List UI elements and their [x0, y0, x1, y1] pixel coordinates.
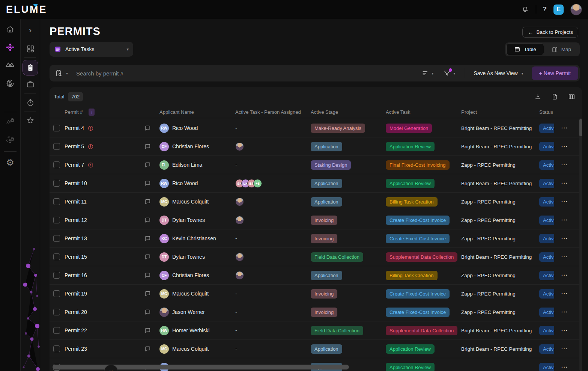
- permit-link[interactable]: Permit 15: [65, 254, 87, 260]
- permit-link[interactable]: Permit 13: [65, 235, 87, 241]
- column-header-applicant[interactable]: Applicant Name: [159, 109, 235, 115]
- settings-gear-icon[interactable]: ⚙: [6, 157, 14, 168]
- help-icon[interactable]: ?: [543, 6, 547, 13]
- column-header-permit[interactable]: Permit # ↑: [65, 109, 144, 116]
- network-module-icon[interactable]: [5, 42, 15, 52]
- timer-stopwatch-icon[interactable]: [26, 98, 35, 107]
- comment-icon[interactable]: [144, 161, 151, 169]
- applicant-avatar: KC: [159, 234, 169, 243]
- row-checkbox[interactable]: [53, 161, 60, 168]
- row-checkbox[interactable]: [53, 290, 60, 297]
- row-menu-button[interactable]: ⋯: [561, 219, 568, 222]
- spiral-rings-icon[interactable]: [5, 78, 15, 88]
- comment-icon[interactable]: [144, 143, 151, 150]
- comment-icon[interactable]: [144, 309, 151, 316]
- export-file-icon[interactable]: [551, 93, 558, 100]
- column-header-active-stage[interactable]: Active Stage: [311, 109, 386, 115]
- comment-icon[interactable]: [144, 345, 151, 353]
- filter-control[interactable]: ▾: [443, 69, 455, 77]
- total-count-badge: 702: [68, 92, 83, 101]
- comment-icon[interactable]: [144, 290, 151, 297]
- row-menu-button[interactable]: ⋯: [561, 164, 568, 166]
- download-icon[interactable]: [534, 93, 541, 100]
- toggle-map-segment[interactable]: Map: [544, 44, 579, 55]
- comment-icon[interactable]: [144, 125, 151, 132]
- row-checkbox[interactable]: [53, 309, 60, 315]
- comment-icon[interactable]: [144, 272, 151, 279]
- dashboard-grid-icon[interactable]: [26, 44, 35, 53]
- permits-clipboard-icon[interactable]: [23, 60, 38, 75]
- active-task-chip: Supplemental Data Collection: [386, 326, 457, 335]
- row-menu-button[interactable]: ⋯: [561, 293, 568, 295]
- row-menu-button[interactable]: ⋯: [561, 311, 568, 314]
- row-checkbox[interactable]: [53, 253, 60, 260]
- comment-icon[interactable]: [144, 253, 151, 261]
- row-menu-button[interactable]: ⋯: [561, 201, 568, 203]
- row-checkbox[interactable]: [53, 198, 60, 205]
- save-as-new-view-dropdown[interactable]: Save As New View ▾: [474, 70, 523, 76]
- favorites-star-icon[interactable]: [26, 116, 35, 125]
- comment-icon[interactable]: [144, 327, 151, 334]
- row-checkbox[interactable]: [53, 143, 60, 150]
- search-scope-selector[interactable]: ▾: [50, 69, 68, 77]
- permit-link[interactable]: Permit 7: [65, 162, 84, 168]
- row-checkbox[interactable]: [53, 125, 60, 131]
- row-checkbox[interactable]: [53, 272, 60, 279]
- row-checkbox[interactable]: [53, 345, 60, 352]
- permit-link[interactable]: Permit 20: [65, 309, 87, 315]
- horizontal-scrollbar-thumb[interactable]: [53, 365, 349, 369]
- app-switcher-badge[interactable]: E: [553, 5, 564, 15]
- row-checkbox[interactable]: [53, 217, 60, 223]
- permit-link[interactable]: Permit 10: [65, 180, 87, 186]
- search-input[interactable]: [76, 70, 264, 77]
- row-menu-button[interactable]: ⋯: [561, 127, 568, 130]
- columns-icon[interactable]: [568, 93, 575, 100]
- terrain-layers-icon[interactable]: [5, 60, 15, 70]
- notifications-bell-icon[interactable]: [521, 6, 529, 14]
- row-menu-button[interactable]: ⋯: [561, 274, 568, 277]
- table-row: Permit 12DTDylan TownesInvoicingCreate F…: [50, 211, 582, 229]
- user-avatar[interactable]: [570, 4, 582, 15]
- permit-link[interactable]: Permit 4: [65, 125, 84, 131]
- column-header-project[interactable]: Project: [461, 109, 537, 115]
- new-permit-button[interactable]: + New Permit: [532, 66, 578, 80]
- comment-icon[interactable]: [144, 180, 151, 187]
- permit-link[interactable]: Permit 12: [65, 217, 87, 223]
- row-checkbox[interactable]: [53, 180, 60, 187]
- view-filter-dropdown[interactable]: Active Tasks ▾: [50, 42, 133, 57]
- permit-link[interactable]: Permit 19: [65, 291, 87, 297]
- row-menu-button[interactable]: ⋯: [561, 329, 568, 332]
- column-header-status[interactable]: Status: [537, 109, 554, 115]
- column-header-active-task[interactable]: Active Task: [386, 109, 461, 115]
- comment-icon[interactable]: [144, 217, 151, 224]
- row-checkbox[interactable]: [53, 327, 60, 334]
- column-header-person-assigned[interactable]: Active Task - Person Assigned: [235, 109, 311, 115]
- permit-link[interactable]: Permit 22: [65, 327, 87, 333]
- back-to-projects-button[interactable]: ← Back to Projects: [522, 27, 578, 38]
- analytics-locked-icon[interactable]: [5, 116, 15, 126]
- permit-link[interactable]: Permit 16: [65, 272, 87, 278]
- vertical-scrollbar-thumb[interactable]: [579, 119, 582, 136]
- toggle-table-segment[interactable]: Table: [506, 44, 544, 55]
- row-menu-button[interactable]: ⋯: [561, 237, 568, 240]
- row-menu-button[interactable]: ⋯: [561, 348, 568, 350]
- sort-lines-icon: [422, 69, 429, 77]
- home-icon[interactable]: [6, 25, 15, 34]
- row-menu-button[interactable]: ⋯: [561, 366, 568, 369]
- permit-link[interactable]: Permit 23: [65, 346, 87, 352]
- expand-sidebar-chevron-icon[interactable]: ›: [29, 26, 32, 35]
- row-menu-button[interactable]: ⋯: [561, 256, 568, 258]
- status-badge: Active: [539, 252, 554, 262]
- permit-link[interactable]: Permit 5: [65, 143, 84, 149]
- row-checkbox[interactable]: [53, 235, 60, 242]
- sort-control[interactable]: ▾: [422, 69, 433, 77]
- permit-link[interactable]: Permit 11: [65, 199, 87, 205]
- comment-icon[interactable]: [144, 198, 151, 205]
- row-menu-button[interactable]: ⋯: [561, 145, 568, 148]
- row-menu-button[interactable]: ⋯: [561, 182, 568, 185]
- materials-locked-icon[interactable]: [5, 134, 15, 144]
- comment-icon[interactable]: [144, 235, 151, 242]
- projects-briefcase-icon[interactable]: [26, 80, 35, 89]
- vertical-scrollbar-track[interactable]: [579, 118, 582, 371]
- sort-ascending-badge[interactable]: ↑: [89, 109, 95, 116]
